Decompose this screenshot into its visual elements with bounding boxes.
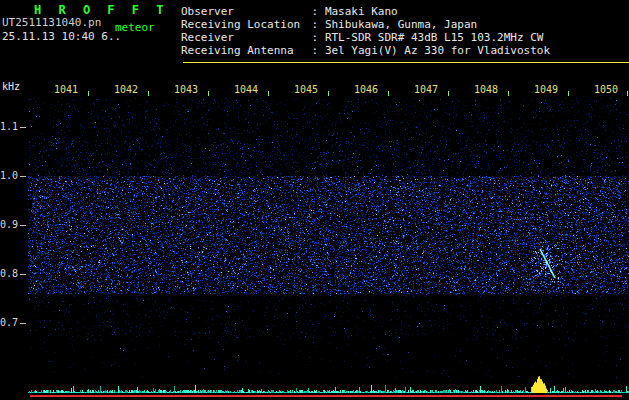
- freq-tick-mark: [20, 323, 26, 324]
- hrofft-screen: H R O F F T UT2511131040.pn meteor 25.11…: [0, 0, 629, 400]
- time-tick-label: 1048: [474, 84, 498, 95]
- time-tick-mark: [388, 91, 389, 96]
- time-tick-label: 1046: [354, 84, 378, 95]
- header-row: Receiver : RTL-SDR SDR# 43dB L15 103.2MH…: [181, 31, 550, 44]
- time-tick-label: 1044: [234, 84, 258, 95]
- time-tick-mark: [568, 91, 569, 96]
- header-colon: :: [305, 5, 325, 18]
- header-info: Observer : Masaki KanoReceiving Location…: [181, 5, 550, 57]
- time-tick-label: 1042: [114, 84, 138, 95]
- header-value: 3el Yagi(V) Az 330 for Vladivostok: [325, 44, 550, 57]
- header-row: Receiving Antenna : 3el Yagi(V) Az 330 f…: [181, 44, 550, 57]
- app-title: H R O F F T: [34, 3, 168, 17]
- header-label: Receiver: [181, 31, 305, 44]
- time-axis: 1041104210431044104510461047104810491050: [0, 84, 629, 98]
- freq-tick-label: 1.1: [0, 121, 17, 132]
- freq-tick-mark: [20, 225, 26, 226]
- time-tick-mark: [148, 91, 149, 96]
- time-tick-label: 1041: [54, 84, 78, 95]
- time-tick-label: 1047: [414, 84, 438, 95]
- freq-tick-label: 0.9: [0, 219, 17, 230]
- time-tick-mark: [328, 91, 329, 96]
- freq-tick-label: 0.7: [0, 317, 17, 328]
- time-tick-label: 1050: [594, 84, 618, 95]
- freq-tick-mark: [20, 127, 26, 128]
- header-separator-line: [183, 62, 629, 63]
- freq-tick-mark: [20, 176, 26, 177]
- header-label: Observer: [181, 5, 305, 18]
- header-value: RTL-SDR SDR# 43dB L15 103.2MHz CW: [325, 31, 544, 44]
- spectrogram-canvas: [28, 98, 629, 378]
- header-colon: :: [305, 44, 325, 57]
- header-colon: :: [305, 31, 325, 44]
- time-tick-label: 1043: [174, 84, 198, 95]
- header-value: Shibukawa, Gunma, Japan: [325, 18, 477, 31]
- time-tick-mark: [508, 91, 509, 96]
- header-label: Receiving Location: [181, 18, 305, 31]
- time-tick-label: 1045: [294, 84, 318, 95]
- freq-tick-mark: [20, 274, 26, 275]
- header-row: Observer : Masaki Kano: [181, 5, 550, 18]
- header-colon: :: [305, 18, 325, 31]
- time-tick-mark: [208, 91, 209, 96]
- header-row: Receiving Location : Shibukawa, Gunma, J…: [181, 18, 550, 31]
- time-tick-mark: [268, 91, 269, 96]
- time-tick-label: 1049: [534, 84, 558, 95]
- time-tick-mark: [627, 91, 628, 96]
- time-tick-mark: [448, 91, 449, 96]
- freq-tick-label: 1.0: [0, 170, 17, 181]
- header-value: Masaki Kano: [325, 5, 398, 18]
- freq-axis: 1.11.00.90.80.7: [0, 0, 28, 400]
- signal-strip-canvas: [0, 376, 629, 400]
- time-tick-mark: [88, 91, 89, 96]
- freq-tick-label: 0.8: [0, 268, 17, 279]
- header-label: Receiving Antenna: [181, 44, 305, 57]
